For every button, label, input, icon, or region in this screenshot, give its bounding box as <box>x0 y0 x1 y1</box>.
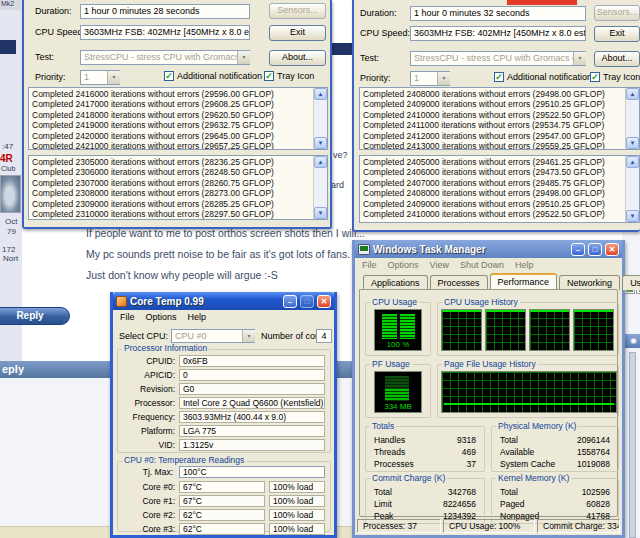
iteration-log-box-1[interactable]: Completed 2408000 iterations without err… <box>359 87 640 150</box>
scroll-up-icon[interactable]: ▲ <box>626 88 639 100</box>
additional-notification-checkbox[interactable]: ✓ Additional notification <box>494 72 592 82</box>
log-line: Completed 2408000 iterations without err… <box>363 89 623 99</box>
exit-button[interactable]: Exit <box>594 26 640 42</box>
scroll-down-icon[interactable]: ▼ <box>314 207 327 219</box>
maximize-button[interactable]: □ <box>588 243 602 256</box>
stat-label: Total <box>500 435 518 445</box>
processor-info-row: Platform: LGA 775 <box>123 425 325 439</box>
close-button[interactable]: ✕ <box>317 295 331 308</box>
info-value: 1.3125v <box>179 439 325 451</box>
stat-value: 469 <box>462 447 476 457</box>
info-value: Intel Core 2 Quad Q6600 (Kentsfield) <box>179 397 325 409</box>
about-button[interactable]: About... <box>269 50 326 66</box>
tab-processes[interactable]: Processes <box>430 275 488 290</box>
coretemp-titlebar[interactable]: Core Temp 0.99 – □ ✕ <box>113 292 334 310</box>
tray-icon-checkbox[interactable]: ✓ Tray Icon <box>590 72 640 82</box>
number-of-cores-value: 4 <box>316 329 332 343</box>
avatar-car-image <box>0 175 21 213</box>
page-scrollbar[interactable] <box>629 352 636 538</box>
exit-button[interactable]: Exit <box>269 25 326 41</box>
scroll-down-icon[interactable]: ▼ <box>626 210 639 222</box>
cpu-history-graph-0 <box>441 309 482 351</box>
stat-value: 1558764 <box>577 447 610 457</box>
close-button[interactable]: ✕ <box>605 243 619 256</box>
stat-row: Handles9318 <box>374 435 476 447</box>
info-value: 0x6FB <box>179 355 325 367</box>
maximize-button[interactable]: □ <box>300 295 314 308</box>
iteration-log-box-2[interactable]: Completed 2305000 iterations without err… <box>28 155 328 220</box>
sidebar-time: :47 <box>2 142 13 151</box>
status-commit-charge: Commit Charge: 334M / 8031M <box>537 519 620 533</box>
stat-row: Processes37 <box>374 459 476 471</box>
menu-item[interactable]: Options <box>383 259 425 271</box>
combo-dropdown-icon[interactable]: ▾ <box>242 330 255 342</box>
log-line: Completed 2408000 iterations without err… <box>363 188 623 198</box>
processor-info-row: Processor: Intel Core 2 Quad Q6600 (Kent… <box>123 397 325 411</box>
minimize-button[interactable]: – <box>283 295 297 308</box>
duration-value: 1 hour 0 minutes 28 seconds <box>80 4 250 19</box>
stat-value: 60828 <box>586 499 610 509</box>
scrollbar[interactable]: ▲ ▼ <box>313 88 327 149</box>
log-line: Completed 2307000 iterations without err… <box>32 178 311 188</box>
combo-dropdown-icon[interactable]: ▾ <box>573 52 586 65</box>
stat-label: Paged <box>500 499 525 509</box>
log-line: Completed 2416000 iterations without err… <box>32 89 311 99</box>
menu-item[interactable]: Help <box>183 311 213 323</box>
core-label: Core #2: <box>123 510 175 520</box>
scroll-down-icon[interactable]: ▼ <box>626 137 639 149</box>
sensors-button[interactable]: Sensors... <box>594 5 640 21</box>
taskman-titlebar[interactable]: Windows Task Manager – □ ✕ <box>355 240 622 258</box>
scrollbar[interactable]: ▲ ▼ <box>625 88 639 149</box>
menu-item[interactable]: Options <box>141 311 183 323</box>
menu-item[interactable]: File <box>115 311 141 323</box>
kernel-memory-group: Kernel Memory (K) Total102596Paged60828N… <box>491 478 619 524</box>
tab-networking[interactable]: Networking <box>559 275 620 290</box>
info-label: CPUID: <box>123 356 175 366</box>
scroll-down-icon[interactable]: ▼ <box>314 137 327 149</box>
core-temp-row: Core #0: 67°C 100% load <box>123 481 325 495</box>
menu-item[interactable]: File <box>357 259 383 271</box>
stat-row: Available1558764 <box>500 447 610 459</box>
stat-value: 342768 <box>448 487 476 497</box>
combo-dropdown-icon[interactable]: ▾ <box>107 71 120 84</box>
cpu-usage-value: 100 % <box>375 340 421 349</box>
minimize-button[interactable]: – <box>571 243 585 256</box>
scroll-up-icon[interactable]: ▲ <box>314 88 327 100</box>
combo-dropdown-icon[interactable]: ▾ <box>237 51 250 64</box>
additional-notification-checkbox[interactable]: ✓ Additional notification <box>164 71 262 81</box>
reply-button[interactable]: Reply <box>0 307 70 325</box>
cpu-history-group: CPU Usage History <box>437 302 619 356</box>
iteration-log-box-2[interactable]: Completed 2405000 iterations without err… <box>359 155 640 223</box>
about-button[interactable]: About... <box>594 51 640 67</box>
tab-applications[interactable]: Applications <box>363 275 428 290</box>
test-combobox[interactable]: StressCPU - stress CPU with Gromacs core <box>80 50 250 65</box>
stat-value: 8224656 <box>443 499 476 509</box>
scrollbar[interactable]: ▲ ▼ <box>625 156 639 222</box>
stat-row: Limit8224656 <box>374 499 476 511</box>
stat-value: 9318 <box>457 435 476 445</box>
sidebar-club: Club <box>1 165 15 172</box>
checkbox-check-icon: ✓ <box>164 71 174 81</box>
stat-row: Total102596 <box>500 487 610 499</box>
forum-post-line: My pc sounds prett noise to be fair as i… <box>86 248 350 260</box>
sensors-button[interactable]: Sensors... <box>269 3 326 19</box>
info-label: Frequency: <box>123 412 175 422</box>
menu-item[interactable]: Help <box>510 259 540 271</box>
scrollbar[interactable]: ▲ ▼ <box>313 156 327 219</box>
tab-users[interactable]: Users <box>622 275 640 290</box>
collapse-icon[interactable]: ◉ <box>630 336 637 345</box>
scroll-up-icon[interactable]: ▲ <box>626 156 639 168</box>
commit-charge-title: Commit Charge (K) <box>370 473 447 483</box>
menu-item[interactable]: View <box>425 259 455 271</box>
tab-performance[interactable]: Performance <box>490 273 558 290</box>
test-combobox[interactable]: StressCPU - stress CPU with Gromacs core <box>410 51 586 66</box>
tray-icon-checkbox[interactable]: ✓ Tray Icon <box>264 71 314 81</box>
combo-dropdown-icon[interactable]: ▾ <box>437 72 450 85</box>
status-cpu-usage: CPU Usage: 100% <box>443 519 535 533</box>
core-temp-row: Core #1: 67°C 100% load <box>123 495 325 509</box>
iteration-log-box-1[interactable]: Completed 2416000 iterations without err… <box>28 87 328 150</box>
log-line: Completed 2306000 iterations without err… <box>32 167 311 177</box>
log-line: Completed 2412000 iterations without err… <box>363 131 623 141</box>
menu-item[interactable]: Shut Down <box>455 259 510 271</box>
scroll-up-icon[interactable]: ▲ <box>314 156 327 168</box>
